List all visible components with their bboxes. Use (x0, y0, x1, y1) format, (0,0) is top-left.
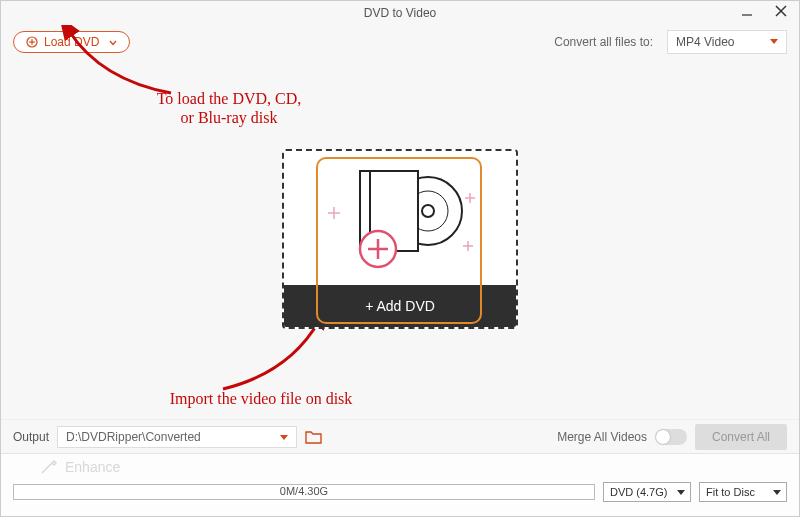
load-dvd-label: Load DVD (44, 35, 99, 49)
add-dvd-label: + Add DVD (365, 298, 435, 314)
progress-row: 0M/4.30G DVD (4.7G) Fit to Disc (13, 482, 787, 502)
chevron-down-icon (770, 39, 778, 44)
plus-circle-icon (26, 36, 38, 48)
disc-size-value: DVD (4.7G) (610, 486, 667, 498)
output-row: Output D:\DVDRipper\Converted Merge All … (1, 419, 799, 453)
close-button[interactable] (767, 1, 795, 21)
dropzone-illustration (284, 151, 516, 285)
minimize-button[interactable] (733, 1, 761, 21)
add-dvd-dropzone[interactable]: + Add DVD (282, 149, 518, 329)
fit-mode-select[interactable]: Fit to Disc (699, 482, 787, 502)
convert-all-files-to-label: Convert all files to: (554, 35, 653, 49)
chevron-down-icon (280, 435, 288, 440)
output-label: Output (13, 430, 49, 444)
annotation-import-file: Import the video file on disk (131, 389, 391, 408)
merge-all-videos-toggle[interactable] (655, 429, 687, 445)
main-area: To load the DVD, CD, or Blu-ray disk Imp… (1, 59, 799, 419)
merge-all-videos-label: Merge All Videos (557, 430, 647, 444)
output-format-select[interactable]: MP4 Video (667, 30, 787, 54)
fit-mode-value: Fit to Disc (706, 486, 755, 498)
toggle-knob (656, 430, 670, 444)
convert-all-button[interactable]: Convert All (695, 424, 787, 450)
chevron-down-icon (109, 37, 117, 48)
wand-icon (39, 458, 59, 476)
add-dvd-bottom-bar: + Add DVD (284, 285, 516, 327)
window-title: DVD to Video (364, 6, 437, 20)
enhance-ghost-label: Enhance (39, 458, 787, 476)
convert-all-label: Convert All (712, 430, 770, 444)
disc-usage-progress: 0M/4.30G (13, 484, 595, 500)
open-folder-button[interactable] (305, 429, 323, 445)
output-path-value: D:\DVDRipper\Converted (66, 430, 201, 444)
titlebar: DVD to Video (1, 1, 799, 25)
window-controls (733, 1, 795, 21)
load-dvd-button[interactable]: Load DVD (13, 31, 130, 53)
disc-usage-text: 0M/4.30G (280, 485, 328, 497)
output-path-select[interactable]: D:\DVDRipper\Converted (57, 426, 297, 448)
output-format-value: MP4 Video (676, 35, 734, 49)
footer: Enhance 0M/4.30G DVD (4.7G) Fit to Disc (1, 453, 799, 517)
annotation-load-dvd: To load the DVD, CD, or Blu-ray disk (129, 89, 329, 127)
toolbar: Load DVD Convert all files to: MP4 Video (1, 25, 799, 59)
dvd-case-icon (320, 163, 480, 273)
disc-size-select[interactable]: DVD (4.7G) (603, 482, 691, 502)
